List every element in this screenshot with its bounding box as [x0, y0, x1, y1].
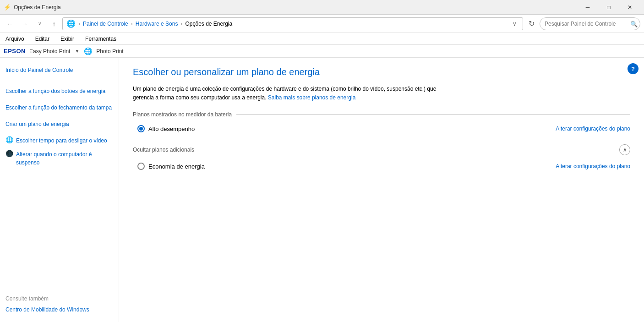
address-dropdown-button[interactable]: ∨ [510, 17, 519, 30]
hidden-section-title: Ocultar planos adicionais [133, 147, 194, 153]
back-button[interactable]: ← [4, 17, 16, 30]
sidebar-suspender-icon: 🌑 [5, 150, 13, 157]
globe-icon: 🌐 [66, 19, 76, 28]
dropdown-button[interactable]: ∨ [33, 17, 46, 30]
sidebar-item-fechamento[interactable]: Escolher a função do fechamento da tampa [5, 103, 113, 113]
address-separator-2: › [131, 21, 133, 27]
close-button[interactable]: ✕ [619, 0, 640, 15]
hidden-section-line [199, 150, 615, 150]
plans-section-header: Planos mostrados no medidor da bateria [133, 111, 630, 118]
menu-arquivo[interactable]: Arquivo [4, 35, 26, 43]
menu-ferramentas[interactable]: Ferramentas [83, 35, 118, 43]
content-area: ? Escolher ou personalizar um plano de e… [119, 58, 644, 322]
hidden-section-toggle[interactable]: ∧ [619, 144, 630, 155]
plan-economia-name: Economia de energia [148, 163, 205, 170]
breadcrumb-hardware[interactable]: Hardware e Sons [136, 21, 178, 27]
sidebar-item-desligar-wrap: 🌐 Escolher tempo para desligar o vídeo [5, 136, 113, 146]
search-button[interactable]: 🔍 [630, 20, 638, 27]
breadcrumb-painel[interactable]: Painel de Controle [83, 21, 128, 27]
sidebar-item-botoes[interactable]: Escolher a função dos botões de energia [5, 86, 113, 96]
maximize-button[interactable]: □ [598, 0, 619, 15]
sidebar-item-suspender-wrap: 🌑 Alterar quando o computador é suspenso [5, 149, 113, 168]
sidebar-see-also-title: Consulte também [5, 295, 113, 302]
menu-bar: Arquivo Editar Exibir Ferramentas [0, 33, 644, 45]
forward-button[interactable]: → [18, 17, 31, 30]
toolbar-brand: EPSON [4, 48, 26, 55]
main-layout: Início do Painel de Controle Escolher a … [0, 58, 644, 322]
hidden-section: Ocultar planos adicionais ∧ Economia de … [133, 144, 630, 173]
plan-row-alto: Alto desempenho Alterar configurações do… [133, 122, 630, 135]
title-bar-icon: ⚡ [4, 4, 11, 11]
plans-section: Planos mostrados no medidor da bateria A… [133, 111, 630, 135]
plan-alto-change[interactable]: Alterar configurações do plano [556, 126, 630, 132]
plans-section-line [236, 115, 630, 115]
sidebar-item-criar[interactable]: Criar um plano de energia [5, 119, 113, 129]
radio-alto[interactable] [137, 125, 145, 132]
hidden-section-header: Ocultar planos adicionais ∧ [133, 144, 630, 155]
radio-economia[interactable] [137, 163, 145, 170]
plan-alto-name: Alto desempenho [148, 126, 195, 132]
toolbar-globe-icon: 🌐 [84, 47, 93, 55]
menu-editar[interactable]: Editar [33, 35, 51, 43]
plan-row-economia-left: Economia de energia [137, 163, 205, 170]
sidebar-see-also: Consulte também Centro de Mobilidade do … [5, 288, 113, 315]
search-box-wrap: 🔍 [540, 17, 640, 30]
address-field[interactable]: 🌐 › Painel de Controle › Hardware e Sons… [62, 17, 523, 30]
minimize-button[interactable]: ─ [577, 0, 598, 15]
sidebar-desligar-icon: 🌐 [5, 136, 13, 143]
menu-exibir[interactable]: Exibir [59, 35, 76, 43]
toolbar: EPSON Easy Photo Print ▼ 🌐 Photo Print [0, 45, 644, 58]
plan-economia-change[interactable]: Alterar configurações do plano [556, 163, 630, 169]
toolbar-easy-photo: Easy Photo Print [29, 48, 70, 55]
title-bar-left: ⚡ Opções de Energia [4, 4, 61, 11]
title-bar-title: Opções de Energia [14, 4, 61, 11]
title-bar: ⚡ Opções de Energia ─ □ ✕ [0, 0, 644, 15]
address-bar: ← → ∨ ↑ 🌐 › Painel de Controle › Hardwar… [0, 15, 644, 33]
toolbar-dropdown-button[interactable]: ▼ [74, 49, 80, 54]
sidebar-item-suspender[interactable]: Alterar quando o computador é suspenso [16, 149, 113, 168]
page-description-link[interactable]: Saiba mais sobre planos de energia [268, 94, 355, 101]
address-separator-1: › [78, 21, 80, 27]
sidebar: Início do Painel de Controle Escolher a … [0, 58, 119, 322]
page-title: Escolher ou personalizar um plano de ene… [133, 67, 630, 77]
help-button[interactable]: ? [628, 63, 639, 74]
address-separator-3: › [180, 21, 182, 27]
page-description: Um plano de energia é uma coleção de con… [133, 85, 453, 102]
sidebar-item-inicio[interactable]: Início do Painel de Controle [5, 65, 113, 75]
search-input[interactable] [540, 17, 640, 30]
toolbar-photo-print: Photo Print [96, 48, 123, 55]
sidebar-item-desligar[interactable]: Escolher tempo para desligar o vídeo [16, 136, 107, 146]
breadcrumb-current: Opções de Energia [185, 21, 232, 27]
plan-row-alto-left: Alto desempenho [137, 125, 195, 132]
plans-section-title: Planos mostrados no medidor da bateria [133, 111, 232, 118]
sidebar-mobilidade[interactable]: Centro de Mobilidade do Windows [5, 305, 113, 315]
up-button[interactable]: ↑ [48, 17, 60, 30]
refresh-button[interactable]: ↻ [525, 17, 538, 30]
title-bar-controls: ─ □ ✕ [577, 0, 640, 15]
plan-row-economia: Economia de energia Alterar configuraçõe… [133, 160, 630, 173]
